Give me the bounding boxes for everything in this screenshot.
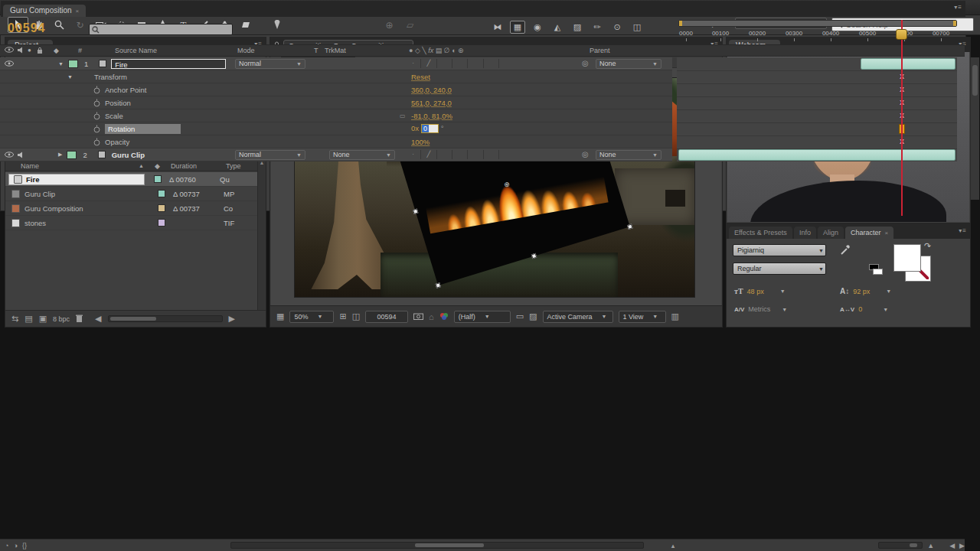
transparency-grid-icon[interactable]: ▨ bbox=[529, 311, 537, 321]
eraser-tool-icon[interactable] bbox=[235, 17, 256, 33]
property-name-highlighted[interactable]: Rotation bbox=[105, 124, 181, 134]
label-column-icon[interactable]: ◆ bbox=[155, 162, 160, 170]
column-type[interactable]: Type bbox=[226, 162, 241, 170]
interpret-footage-icon[interactable]: ⇆ bbox=[11, 314, 18, 324]
rotation-tool-icon[interactable]: ↻ bbox=[70, 17, 90, 33]
layer-row-guru-clip[interactable]: ▶ 2 Guru Clip Normal▼ None▼ ·╱ ◎ None▼ bbox=[0, 148, 672, 161]
stopwatch-icon[interactable] bbox=[93, 112, 100, 120]
timeline-search-input[interactable] bbox=[102, 26, 219, 34]
font-family-dropdown[interactable]: Pigiarniq ▼ bbox=[733, 244, 826, 256]
column-name[interactable]: Name bbox=[21, 162, 39, 170]
stopwatch-icon[interactable] bbox=[93, 125, 100, 133]
timeline-zoom-slider[interactable] bbox=[878, 542, 923, 549]
track-matte-dropdown[interactable]: None▼ bbox=[329, 150, 395, 160]
layer-name-field[interactable]: Fire bbox=[111, 59, 226, 69]
transform-reset[interactable]: Reset bbox=[411, 73, 430, 81]
snapshot-icon[interactable] bbox=[413, 312, 423, 321]
property-name[interactable]: Scale bbox=[105, 112, 123, 120]
scroll-right-icon[interactable]: ▶ bbox=[959, 542, 965, 549]
puppet-pin-tool-icon[interactable] bbox=[266, 17, 287, 33]
tab-timeline-guru-composition[interactable]: Guru Composition× bbox=[3, 5, 86, 17]
audio-icon[interactable] bbox=[17, 47, 24, 54]
project-hscroll[interactable] bbox=[108, 315, 223, 322]
guru-clip-layer-bar[interactable] bbox=[678, 149, 956, 161]
magnification-dropdown[interactable]: 50% ▼ bbox=[289, 311, 334, 323]
motion-blur-icon[interactable]: ▨ bbox=[570, 21, 585, 34]
current-time-display[interactable]: 00594 bbox=[8, 21, 46, 35]
label-column-icon[interactable]: ◆ bbox=[54, 47, 59, 54]
column-number[interactable]: # bbox=[78, 47, 82, 54]
scale-value[interactable]: -81,0, 81,0% bbox=[411, 112, 452, 120]
font-size-value[interactable]: 48 px bbox=[747, 288, 764, 295]
layer-label-chip[interactable] bbox=[68, 60, 78, 68]
eyedropper-icon[interactable] bbox=[840, 244, 851, 256]
project-row-fire[interactable]: Fire Δ 00760 Qu bbox=[5, 172, 266, 187]
fire-layer-bar[interactable] bbox=[861, 58, 956, 70]
label-chip[interactable] bbox=[158, 190, 165, 197]
fill-color-swatch[interactable] bbox=[893, 244, 921, 272]
work-area-bar[interactable] bbox=[678, 20, 957, 27]
property-name[interactable]: Opacity bbox=[105, 138, 129, 146]
brainstorm-icon[interactable]: ✏ bbox=[590, 21, 605, 34]
project-row-guru-clip[interactable]: Guru Clip Δ 00737 MP bbox=[5, 187, 266, 201]
opacity-row[interactable]: Opacity 100% bbox=[0, 135, 672, 148]
scale-row[interactable]: Scale ▭ -81,0, 81,0% bbox=[0, 109, 672, 122]
audio-icon[interactable] bbox=[17, 152, 24, 158]
expand-arrow-icon[interactable]: ▼ bbox=[58, 61, 64, 67]
safe-margins-icon[interactable]: ⊞ bbox=[339, 311, 346, 321]
composition-mini-flowchart-icon[interactable]: ⧓ bbox=[490, 21, 505, 34]
scroll-left-icon[interactable]: ◀ bbox=[949, 542, 955, 549]
stopwatch-icon[interactable] bbox=[93, 99, 100, 107]
column-source-name[interactable]: Source Name bbox=[115, 47, 157, 54]
zoom-out-mountain-icon[interactable]: ▴ bbox=[671, 542, 675, 549]
eye-icon[interactable] bbox=[5, 152, 14, 158]
solo-icon[interactable]: ● bbox=[28, 47, 31, 54]
chevron-down-icon[interactable]: ▼ bbox=[782, 307, 787, 312]
chevron-down-icon[interactable]: ▼ bbox=[886, 289, 891, 294]
transform-label[interactable]: Transform bbox=[94, 73, 127, 81]
transform-group-row[interactable]: ▼ Transform Reset bbox=[0, 70, 672, 83]
label-chip[interactable] bbox=[158, 219, 165, 227]
bit-depth-label[interactable]: 8 bpc bbox=[53, 315, 70, 323]
column-duration[interactable]: Duration bbox=[171, 162, 197, 170]
camera-dropdown[interactable]: Active Camera ▼ bbox=[543, 311, 613, 323]
work-area-start-handle[interactable] bbox=[679, 21, 682, 26]
expand-modes-icon[interactable]: ◑ bbox=[13, 542, 17, 549]
anchor-point-row[interactable]: Anchor Point 360,0, 240,0 bbox=[0, 83, 672, 96]
graph-editor-icon[interactable]: ◫ bbox=[629, 21, 645, 34]
label-chip[interactable] bbox=[154, 175, 162, 183]
layer-label-chip[interactable] bbox=[67, 151, 77, 159]
current-time-button[interactable]: 00594 bbox=[365, 311, 408, 323]
panel-menu-icon[interactable]: ▾≡ bbox=[959, 227, 967, 234]
label-chip[interactable] bbox=[158, 204, 165, 212]
rotation-row[interactable]: Rotation 0x0 ° bbox=[0, 122, 672, 135]
column-trkmat[interactable]: TrkMat bbox=[325, 47, 346, 54]
frame-blending-icon[interactable]: ◭ bbox=[550, 21, 565, 34]
scroll-right-icon[interactable]: ▶ bbox=[229, 314, 235, 324]
always-preview-icon[interactable]: ▦ bbox=[276, 311, 284, 321]
kerning-value[interactable]: Metrics bbox=[748, 305, 770, 313]
axis-mode-2-icon[interactable]: ▱ bbox=[400, 17, 420, 33]
stopwatch-icon[interactable] bbox=[93, 86, 100, 94]
axis-mode-icon[interactable]: ⊕ bbox=[379, 17, 400, 33]
view-layout-dropdown[interactable]: 1 View ▼ bbox=[619, 311, 666, 323]
column-mode[interactable]: Mode bbox=[237, 47, 255, 54]
layer-name[interactable]: Guru Clip bbox=[112, 151, 145, 159]
rotation-value[interactable]: 0x0 ° bbox=[411, 124, 444, 133]
default-fill-stroke-swatch[interactable] bbox=[869, 264, 883, 275]
time-ruler[interactable]: 0000 00100 00200 00300 00400 00500 00600… bbox=[677, 17, 960, 44]
show-channels-icon[interactable] bbox=[439, 312, 449, 321]
project-row-stones[interactable]: stones TIF bbox=[5, 216, 266, 230]
pickwhip-icon[interactable]: ◎ bbox=[582, 59, 589, 67]
tab-info[interactable]: Info bbox=[794, 227, 816, 239]
parent-dropdown[interactable]: None▼ bbox=[596, 150, 662, 160]
expand-transfer-icon[interactable]: ◔ bbox=[5, 542, 8, 549]
chevron-down-icon[interactable]: ▼ bbox=[780, 289, 786, 294]
column-t[interactable]: T bbox=[314, 47, 318, 54]
project-row-guru-composition[interactable]: Guru Composition Δ 00737 Co bbox=[5, 201, 266, 216]
hide-shy-layers-icon[interactable]: ◉ bbox=[530, 21, 545, 34]
chevron-down-icon[interactable]: ▼ bbox=[883, 307, 888, 312]
new-composition-icon[interactable]: ▣ bbox=[39, 314, 47, 324]
tracking-value[interactable]: 0 bbox=[858, 305, 862, 313]
work-area-end-handle[interactable] bbox=[953, 21, 956, 26]
